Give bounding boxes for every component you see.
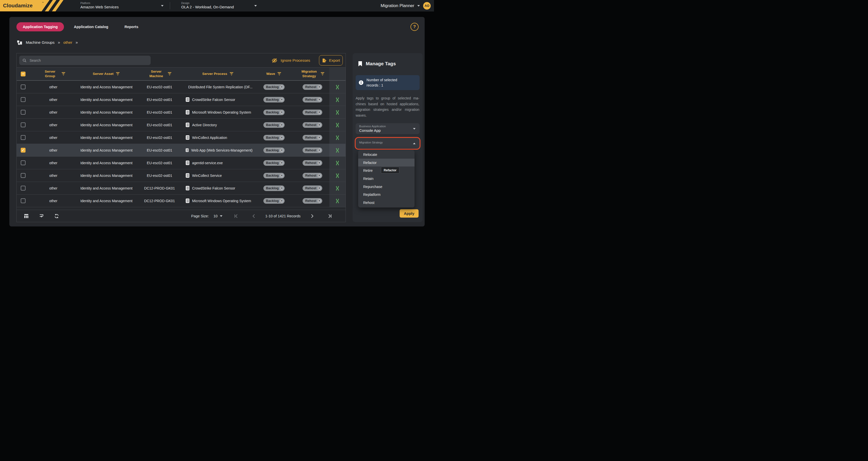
- export-button[interactable]: Export: [319, 55, 343, 65]
- first-page-button[interactable]: [234, 214, 238, 218]
- swap-icon[interactable]: [335, 110, 340, 115]
- remove-tag-icon[interactable]: [280, 98, 284, 102]
- remove-tag-icon[interactable]: [318, 136, 321, 139]
- remove-tag-icon[interactable]: [280, 174, 284, 177]
- last-page-button[interactable]: [328, 214, 332, 218]
- column-header-server-group[interactable]: Server Group: [29, 67, 78, 80]
- table-row[interactable]: other Identity and Access Management EU-…: [17, 106, 345, 119]
- design-select[interactable]: Design OLA 2 - Workload, On-Demand: [181, 0, 259, 11]
- option-rehost[interactable]: Rehost: [358, 199, 414, 207]
- business-application-select[interactable]: Business Application Console App: [355, 123, 420, 134]
- column-settings-icon[interactable]: [24, 213, 29, 219]
- option-refactor[interactable]: Refactor: [358, 159, 414, 167]
- column-header-server-machine[interactable]: Server Machine: [135, 67, 184, 80]
- filter-icon[interactable]: [320, 72, 325, 76]
- tab-application-catalog[interactable]: Application Catalog: [67, 22, 115, 31]
- remove-tag-icon[interactable]: [280, 148, 284, 152]
- filter-icon[interactable]: [277, 72, 282, 76]
- row-checkbox[interactable]: [21, 97, 26, 102]
- tab-reports[interactable]: Reports: [118, 22, 145, 31]
- remove-tag-icon[interactable]: [280, 161, 284, 165]
- table-row[interactable]: other Identity and Access Management EU-…: [17, 131, 345, 144]
- filter-icon[interactable]: [116, 72, 120, 76]
- row-checkbox[interactable]: [21, 186, 26, 191]
- row-checkbox[interactable]: [21, 173, 26, 178]
- remove-tag-icon[interactable]: [318, 161, 321, 165]
- breadcrumb-current[interactable]: other: [63, 40, 72, 45]
- wrap-text-icon[interactable]: [39, 213, 44, 219]
- row-checkbox[interactable]: [21, 148, 26, 152]
- column-header-server-process[interactable]: Server Process: [184, 67, 252, 80]
- table-body: other Identity and Access Management EU-…: [17, 81, 345, 207]
- remove-tag-icon[interactable]: [318, 174, 321, 177]
- previous-page-button[interactable]: [252, 214, 256, 218]
- swap-icon[interactable]: [335, 97, 340, 103]
- table-row[interactable]: other Identity and Access Management DC1…: [17, 182, 345, 195]
- select-all-checkbox[interactable]: [21, 71, 26, 77]
- row-checkbox[interactable]: [21, 198, 26, 203]
- swap-icon[interactable]: [335, 173, 340, 178]
- table-row[interactable]: other Identity and Access Management EU-…: [17, 156, 345, 169]
- swap-icon[interactable]: [335, 160, 340, 166]
- platform-select[interactable]: Platform Amazon Web Services: [81, 0, 166, 11]
- remove-tag-icon[interactable]: [280, 186, 284, 190]
- help-button[interactable]: ?: [410, 23, 418, 31]
- remove-tag-icon[interactable]: [318, 123, 321, 127]
- apply-button[interactable]: Apply: [400, 209, 418, 218]
- table-row[interactable]: other Identity and Access Management EU-…: [17, 93, 345, 106]
- row-checkbox[interactable]: [21, 85, 26, 89]
- swap-icon[interactable]: [335, 84, 340, 90]
- remove-tag-icon[interactable]: [280, 136, 284, 139]
- option-repurchase[interactable]: Repurchase: [358, 183, 414, 191]
- page-size-caret-icon[interactable]: [220, 215, 222, 217]
- remove-tag-icon[interactable]: [280, 111, 284, 114]
- search-input[interactable]: [29, 58, 148, 63]
- filter-icon[interactable]: [167, 72, 172, 76]
- breadcrumb-root[interactable]: Machine Groups: [26, 40, 55, 45]
- swap-icon[interactable]: [335, 185, 340, 191]
- table-row[interactable]: other Identity and Access Management EU-…: [17, 119, 345, 131]
- table-row[interactable]: other Identity and Access Management EU-…: [17, 81, 345, 93]
- table-row[interactable]: other Identity and Access Management DC1…: [17, 195, 345, 207]
- remove-tag-icon[interactable]: [280, 123, 284, 127]
- row-checkbox[interactable]: [21, 110, 26, 115]
- cell-server-group: other: [29, 119, 78, 131]
- row-checkbox[interactable]: [21, 122, 26, 127]
- next-page-button[interactable]: [310, 214, 314, 218]
- swap-icon[interactable]: [335, 135, 340, 140]
- option-replatform[interactable]: Replatform: [358, 191, 414, 199]
- refresh-icon[interactable]: [54, 213, 59, 219]
- filter-icon[interactable]: [61, 72, 66, 76]
- filter-icon[interactable]: [229, 72, 234, 76]
- swap-icon[interactable]: [335, 198, 340, 204]
- option-retain[interactable]: Retain: [358, 175, 414, 183]
- remove-tag-icon[interactable]: [318, 98, 321, 102]
- remove-tag-icon[interactable]: [318, 148, 321, 152]
- remove-tag-icon[interactable]: [280, 85, 284, 89]
- remove-tag-icon[interactable]: [318, 199, 321, 203]
- migration-strategy-select[interactable]: Migration Strategy: [355, 138, 420, 149]
- swap-icon[interactable]: [335, 122, 340, 128]
- column-header-migration-strategy[interactable]: Migration Strategy: [296, 67, 329, 80]
- cell-server-group: other: [29, 106, 78, 118]
- remove-tag-icon[interactable]: [318, 85, 321, 89]
- swap-icon[interactable]: [335, 147, 340, 153]
- row-checkbox[interactable]: [21, 161, 26, 165]
- option-relocate[interactable]: Relocate: [358, 150, 414, 159]
- remove-tag-icon[interactable]: [280, 199, 284, 203]
- cloudamize-logo[interactable]: Cloudamize ™: [0, 0, 76, 11]
- strategy-tag-label: Rehost: [305, 136, 316, 139]
- row-checkbox[interactable]: [21, 135, 26, 140]
- column-header-server-asset[interactable]: Server Asset: [78, 67, 135, 80]
- remove-tag-icon[interactable]: [318, 186, 321, 190]
- column-header-wave[interactable]: Wave: [252, 67, 296, 80]
- table-row[interactable]: other Identity and Access Management EU-…: [17, 144, 345, 156]
- avatar[interactable]: AO: [423, 2, 431, 10]
- remove-tag-icon[interactable]: [318, 111, 321, 114]
- table-row[interactable]: other Identity and Access Management EU-…: [17, 169, 345, 182]
- ignore-processes-button[interactable]: Ignore Processes: [272, 55, 310, 65]
- cell-action: [329, 182, 345, 194]
- app-switcher[interactable]: Migration Planner: [381, 3, 420, 8]
- page-size-value[interactable]: 10: [213, 214, 217, 218]
- tab-application-tagging[interactable]: Application Tagging: [17, 22, 64, 31]
